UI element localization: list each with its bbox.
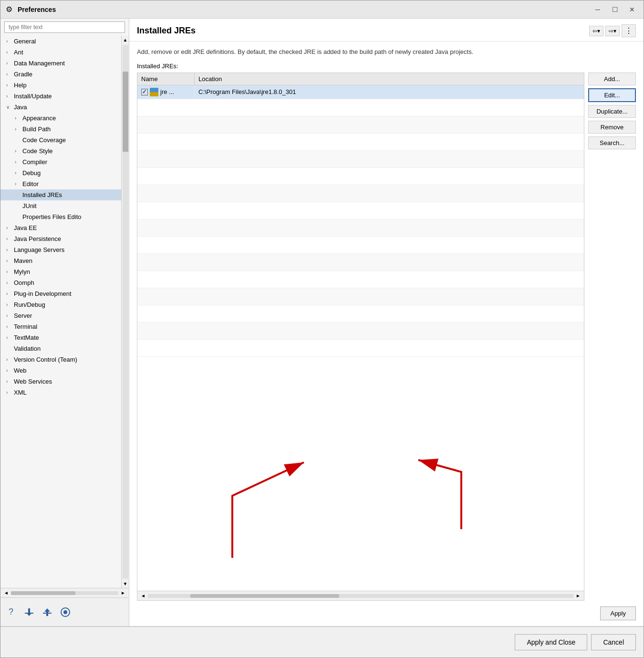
sidebar-scrollbar[interactable]: ▲ ▼ [121, 36, 129, 588]
table-row-empty5 [137, 237, 584, 254]
sidebar-item-appearance[interactable]: › Appearance [0, 113, 121, 124]
sidebar-item-maven[interactable]: › Maven [0, 255, 121, 266]
sidebar-item-plugin-dev[interactable]: › Plug-in Development [0, 288, 121, 299]
sidebar-item-run-debug[interactable]: › Run/Debug [0, 299, 121, 310]
sidebar-item-version-control[interactable]: › Version Control (Team) [0, 354, 121, 365]
scroll-up-arrow[interactable]: ▲ [123, 36, 128, 44]
minimize-button[interactable]: ─ [590, 3, 605, 16]
back-dropdown-icon: ▾ [597, 28, 600, 34]
sidebar-item-help[interactable]: › Help [0, 80, 121, 91]
jre-icon [150, 88, 158, 96]
section-label: Installed JREs: [137, 63, 636, 70]
sidebar-item-java-ee[interactable]: › Java EE [0, 222, 121, 233]
add-button[interactable]: Add... [588, 73, 636, 85]
remove-button[interactable]: Remove [588, 121, 636, 134]
sidebar-item-build-path[interactable]: › Build Path [0, 124, 121, 135]
chevron-right-icon: › [15, 159, 21, 165]
more-options-button[interactable]: ⋮ [622, 24, 636, 37]
table-row-empty2 [137, 134, 584, 151]
duplicate-button[interactable]: Duplicate... [588, 105, 636, 118]
table-row-empty [137, 99, 584, 116]
table-hscroll-left-icon[interactable]: ◄ [139, 592, 147, 600]
sidebar-item-oomph[interactable]: › Oomph [0, 277, 121, 288]
sidebar-item-textmate[interactable]: › TextMate [0, 332, 121, 343]
table-row-empty3 [137, 168, 584, 185]
window-title: Preferences [18, 6, 590, 13]
maximize-button[interactable]: ☐ [607, 3, 623, 16]
sidebar-item-ant[interactable]: › Ant [0, 47, 121, 58]
chevron-right-icon: › [15, 148, 21, 154]
title-bar: ⚙ Preferences ─ ☐ ✕ [0, 0, 644, 19]
hscroll-thumb[interactable] [11, 591, 75, 595]
import-preferences-icon[interactable] [22, 606, 36, 619]
sidebar-item-compiler[interactable]: › Compiler [0, 157, 121, 167]
tree-container: › General › Ant › Data Management [0, 36, 121, 588]
sidebar-item-xml[interactable]: › XML [0, 387, 121, 398]
sidebar-item-validation[interactable]: Validation [0, 343, 121, 354]
right-panel: Installed JREs ⇦ ▾ ⇨ ▾ ⋮ Add, remove or … [129, 19, 644, 626]
hscroll-right-icon[interactable]: ► [119, 589, 127, 597]
sidebar-item-code-style[interactable]: › Code Style [0, 146, 121, 157]
sidebar-item-debug[interactable]: › Debug [0, 167, 121, 178]
chevron-right-icon: › [6, 61, 12, 66]
table-hscroll-right-icon[interactable]: ► [574, 592, 582, 600]
table-hscroll-thumb[interactable] [190, 594, 339, 598]
export-preferences-icon[interactable] [41, 606, 54, 619]
panel-header: Installed JREs ⇦ ▾ ⇨ ▾ ⋮ [129, 19, 644, 42]
chevron-right-icon: › [6, 302, 12, 307]
sidebar-item-junit[interactable]: JUnit [0, 200, 121, 211]
preferences-window: ⚙ Preferences ─ ☐ ✕ › General › [0, 0, 644, 658]
svg-point-7 [63, 610, 67, 614]
filter-input[interactable] [4, 21, 125, 33]
sidebar-item-terminal[interactable]: › Terminal [0, 321, 121, 332]
search-button[interactable]: Search... [588, 136, 636, 149]
sidebar-item-language-servers[interactable]: › Language Servers [0, 244, 121, 255]
sidebar-item-code-coverage[interactable]: Code Coverage [0, 135, 121, 146]
sidebar-item-server[interactable]: › Server [0, 310, 121, 321]
help-icon[interactable]: ? [4, 606, 18, 619]
sidebar-hscrollbar[interactable]: ◄ ► [0, 588, 129, 597]
scroll-thumb[interactable] [123, 72, 128, 152]
chevron-right-icon: › [6, 225, 12, 230]
chevron-right-icon: › [15, 115, 21, 121]
hscroll-track[interactable] [11, 591, 118, 595]
jre-table-body: jre ... C:\Program Files\Java\jre1.8.0_3… [137, 85, 584, 591]
sidebar-item-gradle[interactable]: › Gradle [0, 69, 121, 80]
scroll-track[interactable] [123, 45, 128, 579]
sidebar-item-editor[interactable]: › Editor [0, 178, 121, 189]
tree-with-scroll: › General › Ant › Data Management [0, 36, 129, 588]
back-button[interactable]: ⇦ ▾ [589, 26, 603, 36]
close-button[interactable]: ✕ [624, 3, 640, 16]
installed-jres-section: Installed JREs: Name Location [129, 63, 644, 601]
sidebar-item-java-persistence[interactable]: › Java Persistence [0, 233, 121, 244]
scroll-down-arrow[interactable]: ▼ [123, 580, 128, 588]
apply-button[interactable]: Apply [600, 606, 636, 620]
svg-rect-4 [46, 612, 48, 616]
stop-icon[interactable] [59, 606, 72, 619]
forward-arrow-icon: ⇨ [609, 28, 613, 34]
table-hscrollbar[interactable]: ◄ ► [137, 591, 584, 600]
apply-and-close-button[interactable]: Apply and Close [515, 634, 587, 650]
table-hscroll-track[interactable] [148, 594, 573, 598]
forward-button[interactable]: ⇨ ▾ [605, 26, 620, 36]
sidebar-item-java[interactable]: ∨ Java [0, 102, 121, 113]
sidebar-item-properties-files[interactable]: Properties Files Edito [0, 211, 121, 222]
chevron-right-icon: › [6, 83, 12, 88]
sidebar-item-general[interactable]: › General [0, 36, 121, 47]
sidebar-item-install-update[interactable]: › Install/Update [0, 91, 121, 102]
hscroll-left-icon[interactable]: ◄ [2, 589, 10, 597]
cancel-button[interactable]: Cancel [591, 634, 636, 650]
col-header-location: Location [195, 73, 584, 85]
sidebar-item-web[interactable]: › Web [0, 365, 121, 376]
table-row-empty-alt [137, 116, 584, 134]
table-row-empty8 [137, 340, 584, 357]
table-row[interactable]: jre ... C:\Program Files\Java\jre1.8.0_3… [137, 85, 584, 99]
chevron-right-icon: › [6, 390, 12, 395]
jre-checkbox[interactable] [141, 89, 148, 95]
sidebar-item-data-management[interactable]: › Data Management [0, 58, 121, 69]
panel-description: Add, remove or edit JRE definitions. By … [129, 42, 644, 63]
sidebar-item-web-services[interactable]: › Web Services [0, 376, 121, 387]
edit-button[interactable]: Edit... [588, 88, 636, 102]
sidebar-item-installed-jres[interactable]: Installed JREs [0, 189, 121, 200]
sidebar-item-mylyn[interactable]: › Mylyn [0, 266, 121, 277]
